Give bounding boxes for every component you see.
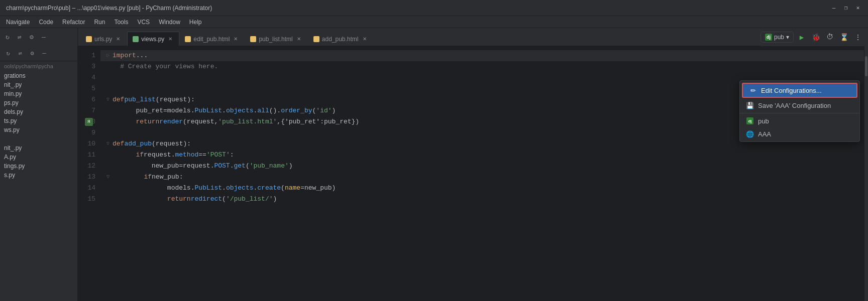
tab-icon-views <box>133 36 139 42</box>
sidebar-btn-2[interactable]: ⇌ <box>15 49 25 59</box>
menu-refactor[interactable]: Refactor <box>58 18 89 27</box>
tab-close-add-pub[interactable]: ✕ <box>361 36 368 43</box>
tab-tool-refresh[interactable]: ↻ <box>2 32 13 43</box>
fold-icon-10[interactable]: ▽ <box>104 140 112 147</box>
scrollbar-thumb[interactable] <box>865 56 867 76</box>
tab-views[interactable]: views.py ✕ <box>127 32 179 46</box>
code-line-11: if request. method == 'POST': <box>100 149 864 161</box>
aaa-config-label: AAA <box>758 130 771 138</box>
aaa-config-item[interactable]: 🌐 AAA <box>740 127 859 140</box>
tab-tool-minimize[interactable]: — <box>38 32 49 43</box>
tab-icon-pub-list <box>250 36 256 42</box>
tab-label-urls: urls.py <box>94 36 112 43</box>
line-numbers: 1 3 4 5 6 7 8 9 10 11 12 13 14 15 <box>78 46 100 209</box>
tab-label-views: views.py <box>141 36 164 43</box>
menu-help[interactable]: Help <box>185 18 206 27</box>
breakpoint-icon[interactable]: H <box>85 118 93 126</box>
title-bar: charm\pycharmPro\pub] – ...\app01\views.… <box>0 0 868 16</box>
edit-configurations-item[interactable]: ✏ Edit Configurations... <box>742 83 857 98</box>
menu-navigate[interactable]: Navigate <box>2 18 34 27</box>
tab-close-pub-list[interactable]: ✕ <box>295 36 302 43</box>
sidebar-btn-1[interactable]: ↻ <box>3 49 13 59</box>
tab-tool-split[interactable]: ⇌ <box>14 32 25 43</box>
tab-label-add-pub: add_pub.html <box>322 36 359 43</box>
menu-vcs[interactable]: VCS <box>133 18 154 27</box>
tab-tools: ↻ ⇌ ⚙ — <box>0 28 78 46</box>
more-button[interactable]: ⋮ <box>852 31 864 43</box>
menu-run[interactable]: Run <box>90 18 109 27</box>
right-scrollbar[interactable] <box>864 46 868 301</box>
pub-config-icon: dj <box>746 117 754 125</box>
sidebar-toolbar: ↻ ⇌ ⚙ — <box>0 46 77 61</box>
dropdown-menu: ✏ Edit Configurations... 💾 Save 'AAA' Co… <box>739 80 860 142</box>
coverage-button[interactable]: ⏱ <box>824 31 836 43</box>
tab-edit-pub[interactable]: edit_pub.html ✕ <box>179 32 245 46</box>
menu-code[interactable]: Code <box>35 18 57 27</box>
sidebar-item-spy[interactable]: s.py <box>0 171 77 180</box>
run-config-button[interactable]: dj pub ▾ <box>761 32 794 43</box>
menu-bar: Navigate Code Refactor Run Tools VCS Win… <box>0 16 868 28</box>
code-line-3: # Create your views here. <box>100 61 864 72</box>
tab-add-pub[interactable]: add_pub.html ✕ <box>308 32 374 46</box>
sidebar-item-init[interactable]: nit_.py <box>0 80 77 89</box>
menu-window[interactable]: Window <box>155 18 184 27</box>
code-line-14: models. PubList. objects. create( name= … <box>100 183 864 194</box>
sidebar-item-nit[interactable]: nit_.py <box>0 143 77 153</box>
window-controls: — ❐ ✕ <box>830 4 862 12</box>
sidebar: ↻ ⇌ ⚙ — ools\pycharm\pycha grations nit_… <box>0 46 78 301</box>
tab-icon-edit-pub <box>185 36 191 42</box>
tab-close-urls[interactable]: ✕ <box>115 36 122 43</box>
profile-button[interactable]: ⌛ <box>838 31 850 43</box>
sidebar-item-dels[interactable]: dels.py <box>0 107 77 116</box>
tab-close-views[interactable]: ✕ <box>167 36 174 43</box>
dropdown-separator <box>740 113 859 113</box>
tab-icon-add-pub <box>313 36 319 42</box>
main-content: ↻ ⇌ ⚙ — ools\pycharm\pycha grations nit_… <box>0 46 868 301</box>
sidebar-item-ts[interactable]: ts.py <box>0 116 77 125</box>
sidebar-item-ps[interactable]: ps.py <box>0 98 77 107</box>
debug-button[interactable]: 🐞 <box>810 31 822 43</box>
pub-config-label: pub <box>758 117 769 125</box>
tab-close-edit-pub[interactable]: ✕ <box>232 36 239 43</box>
code-line-15: return redirect( '/pub_list/') <box>100 194 864 205</box>
code-line-13: ▽ if new_pub: <box>100 172 864 183</box>
close-button[interactable]: ✕ <box>854 4 862 12</box>
save-config-item[interactable]: 💾 Save 'AAA' Configuration <box>740 99 859 112</box>
code-line-12: new_pub= request. POST. get( 'pub_name') <box>100 161 864 172</box>
sidebar-item-blank <box>0 134 77 143</box>
django-icon: dj <box>765 34 772 41</box>
tab-bar: ↻ ⇌ ⚙ — urls.py ✕ views.py ✕ edit_pub.ht… <box>0 28 868 46</box>
sidebar-settings-btn[interactable]: ⚙ <box>27 49 37 59</box>
run-config-dropdown-icon: ▾ <box>786 34 789 41</box>
sidebar-item-grations[interactable]: grations <box>0 71 77 80</box>
code-editor[interactable]: 1 3 4 5 6 7 8 9 10 11 12 13 14 15 ▷ impo… <box>78 46 864 301</box>
tab-tool-settings[interactable]: ⚙ <box>26 32 37 43</box>
sidebar-item-tings[interactable]: tings.py <box>0 162 77 171</box>
edit-configurations-label: Edit Configurations... <box>761 87 822 94</box>
fold-icon-13[interactable]: ▽ <box>104 174 112 181</box>
sidebar-collapse-btn[interactable]: — <box>39 49 49 59</box>
edit-config-icon: ✏ <box>749 86 757 94</box>
run-config-label: pub <box>774 34 784 41</box>
run-button[interactable]: ▶ <box>796 31 808 43</box>
sidebar-item-min[interactable]: min.py <box>0 89 77 98</box>
title-text: charm\pycharmPro\pub] – ...\app01\views.… <box>6 5 212 12</box>
fold-icon-6[interactable]: ▽ <box>104 96 112 103</box>
fold-icon-1[interactable]: ▷ <box>104 52 112 59</box>
tab-icon-urls <box>86 36 92 42</box>
top-right-toolbar: dj pub ▾ ▶ 🐞 ⏱ ⌛ ⋮ <box>761 28 868 46</box>
maximize-button[interactable]: ❐ <box>842 4 850 12</box>
tab-label-pub-list: pub_list.html <box>259 36 292 43</box>
sidebar-path: ools\pycharm\pycha <box>0 61 77 71</box>
tab-pub-list[interactable]: pub_list.html ✕ <box>245 32 307 46</box>
aaa-config-icon: 🌐 <box>746 130 754 138</box>
code-line-1: ▷ import ... <box>100 50 864 61</box>
sidebar-item-ws[interactable]: ws.py <box>0 125 77 134</box>
menu-tools[interactable]: Tools <box>110 18 132 27</box>
tab-urls[interactable]: urls.py ✕ <box>80 32 127 46</box>
minimize-button[interactable]: — <box>830 4 838 12</box>
save-config-label: Save 'AAA' Configuration <box>758 102 831 109</box>
sidebar-item-apy[interactable]: A.py <box>0 153 77 162</box>
tab-label-edit-pub: edit_pub.html <box>193 36 230 43</box>
pub-config-item[interactable]: dj pub <box>740 114 859 127</box>
